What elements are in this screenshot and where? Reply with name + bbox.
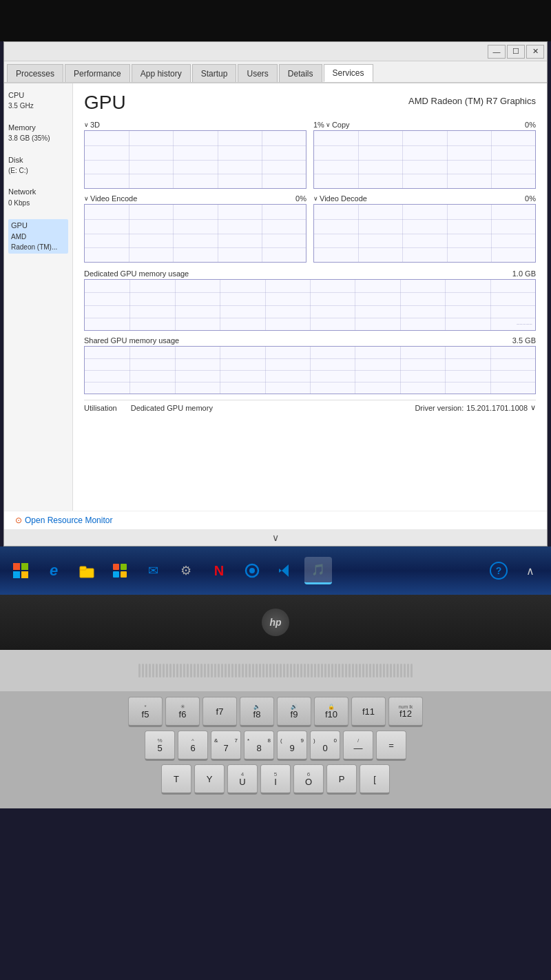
taskbar-icon-vscode[interactable] [271, 557, 299, 584]
tab-bar: Processes Performance App history Startu… [4, 61, 547, 83]
key-f9[interactable]: 🔊 f9 [277, 697, 311, 727]
tab-users[interactable]: Users [238, 64, 277, 82]
footer-dedicated-memory: Dedicated GPU memory [131, 404, 213, 412]
graph-3d-text: 3D [90, 121, 100, 129]
key-f8[interactable]: 🔈 f8 [240, 697, 274, 727]
key-i[interactable]: 5 I [260, 764, 291, 795]
graph-copy: 1% ∨ Copy 0% [313, 121, 536, 189]
taskbar-icon-media[interactable]: 🎵 [304, 557, 332, 584]
sidebar-item-gpu[interactable]: GPUAMDRadeon (TM)... [8, 219, 68, 254]
key-o[interactable]: 6 O [293, 764, 324, 795]
graphs-row-2: ∨ Video Encode 0% [84, 194, 536, 263]
graph-copy-text: Copy [332, 121, 350, 129]
key-f6[interactable]: ✳ f6 [165, 697, 200, 727]
taskbar-icon-settings[interactable]: ⚙ [172, 557, 200, 584]
key-7[interactable]: & 7 7 [211, 731, 241, 761]
chevron-copy-icon[interactable]: ∨ [326, 121, 331, 128]
sidebar-item-memory[interactable]: Memory3.8 GB (35%) [8, 123, 68, 144]
key-p[interactable]: P [326, 764, 357, 795]
minimize-button[interactable]: — [488, 45, 506, 59]
svg-rect-7 [121, 564, 127, 570]
key-8[interactable]: * 8 8 [244, 731, 274, 761]
tab-startup[interactable]: Startup [192, 64, 237, 82]
hp-logo: hp [262, 609, 289, 636]
taskbar-icon-mail[interactable]: ✉ [139, 557, 167, 584]
tab-details[interactable]: Details [279, 64, 322, 82]
driver-chevron-icon[interactable]: ∨ [530, 403, 536, 412]
close-button[interactable]: ✕ [526, 45, 544, 59]
graphs-row-1: ∨ 3D [84, 121, 536, 189]
taskbar-icon-help[interactable]: ? [485, 557, 512, 584]
sidebar-item-cpu[interactable]: CPU3.5 GHz [8, 90, 68, 112]
graph-decode-box [313, 204, 536, 263]
key-f11[interactable]: f11 [351, 697, 386, 727]
graph-decode-right: 0% [525, 194, 536, 203]
key-y[interactable]: Y [194, 764, 225, 795]
tab-app-history[interactable]: App history [132, 64, 191, 82]
key-f5[interactable]: * f5 [128, 697, 163, 727]
graph-copy-pct: 1% [313, 121, 324, 129]
sidebar-item-network[interactable]: Network0 Kbps [8, 187, 68, 208]
graph-decode-label: ∨ Video Decode 0% [313, 194, 536, 203]
graph-3d-grid [85, 131, 306, 188]
key-minus[interactable]: / — [343, 731, 373, 761]
taskbar-icon-arrow-up[interactable]: ∧ [517, 557, 544, 584]
key-equals[interactable]: = [376, 731, 406, 761]
graph-copy-grid [314, 131, 535, 188]
chevron-encode-icon[interactable]: ∨ [84, 195, 89, 202]
key-f12[interactable]: num lk f12 [388, 697, 423, 727]
taskbar-icon-explorer[interactable] [73, 557, 101, 584]
sidebar-cpu-label: CPU3.5 GHz [8, 90, 68, 112]
chevron-decode-icon[interactable]: ∨ [313, 195, 318, 202]
chevron-3d-icon[interactable]: ∨ [84, 121, 89, 128]
taskbar-icon-netflix[interactable]: N [205, 557, 233, 584]
tab-services[interactable]: Services [324, 64, 373, 82]
dedicated-watermark: ~~~~~ [517, 321, 532, 327]
taskbar-icon-store[interactable] [106, 557, 134, 584]
key-bracket[interactable]: [ [360, 764, 390, 795]
key-9[interactable]: ( 9 9 [277, 731, 307, 761]
taskbar-icon-start[interactable] [7, 557, 34, 584]
key-u[interactable]: 4 U [227, 764, 258, 795]
top-bar [0, 0, 551, 41]
taskbar-icon-edge[interactable]: e [40, 557, 67, 584]
shared-memory-label: Shared GPU memory usage [84, 336, 179, 345]
gpu-panel: GPU AMD Radeon (TM) R7 Graphics ∨ 3D [73, 83, 547, 511]
graph-encode-grid [85, 205, 306, 262]
sidebar-memory-label: Memory3.8 GB (35%) [8, 123, 68, 144]
driver-label: Driver version: [415, 404, 464, 412]
graph-encode-label: ∨ Video Encode 0% [84, 194, 306, 203]
svg-text:?: ? [496, 565, 502, 576]
shared-memory-section: Shared GPU memory usage 3.5 GB [84, 336, 536, 394]
sidebar-item-disk[interactable]: Disk(E: C:) [8, 155, 68, 176]
key-6[interactable]: ^ 6 [178, 731, 208, 761]
key-5[interactable]: % 5 [145, 731, 175, 761]
expand-arrow[interactable]: ∨ [4, 529, 547, 546]
key-f10[interactable]: 🔒 f10 [314, 697, 349, 727]
taskbar-icon-cortana[interactable] [238, 557, 266, 584]
key-0[interactable]: ) 0 0 [310, 731, 340, 761]
dedicated-memory-max: 1.0 GB [512, 269, 536, 278]
sidebar-network-label: Network0 Kbps [8, 187, 68, 208]
resource-monitor-circle-icon: ⊙ [15, 515, 22, 525]
maximize-button[interactable]: ☐ [507, 45, 525, 59]
fn-key-row: * f5 ✳ f6 f7 🔈 f8 🔊 f9 🔒 f10 f11 num lk … [7, 697, 544, 727]
graph-video-decode: ∨ Video Decode 0% [313, 194, 536, 263]
dedicated-memory-graph: ~~~~~ [84, 279, 536, 331]
keyboard-area: * f5 ✳ f6 f7 🔈 f8 🔊 f9 🔒 f10 f11 num lk … [0, 691, 551, 808]
tab-processes[interactable]: Processes [7, 64, 63, 82]
gpu-model: AMD Radeon (TM) R7 Graphics [408, 96, 536, 106]
key-f7[interactable]: f7 [202, 697, 237, 727]
svg-point-11 [249, 568, 255, 573]
svg-rect-6 [113, 564, 119, 570]
graph-decode-text: Video Decode [320, 194, 367, 203]
resource-monitor-link[interactable]: ⊙ Open Resource Monitor [4, 511, 547, 529]
key-t[interactable]: T [161, 764, 191, 795]
laptop-bezel: hp [0, 595, 551, 650]
tab-performance[interactable]: Performance [65, 64, 130, 82]
bottom-info: Utilisation Dedicated GPU memory Driver … [84, 400, 536, 412]
shared-memory-max: 3.5 GB [512, 336, 536, 345]
title-bar: — ☐ ✕ [4, 42, 547, 61]
svg-rect-3 [21, 571, 28, 578]
graph-copy-label: 1% ∨ Copy 0% [313, 121, 536, 129]
